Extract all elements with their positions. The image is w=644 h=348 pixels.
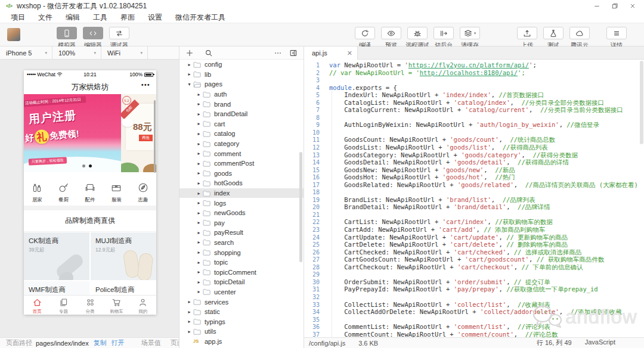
- tree-item-index[interactable]: ▸index: [179, 188, 304, 198]
- category-item-服装[interactable]: 服装: [103, 179, 129, 206]
- tree-item-payResult[interactable]: ▸payResult: [179, 228, 304, 238]
- chevron-right-icon: ▸: [195, 269, 203, 275]
- pages-icon: [58, 297, 69, 307]
- tree-item-logs[interactable]: ▸logs: [179, 198, 304, 208]
- menu-item[interactable]: 工具: [93, 13, 107, 23]
- user-avatar[interactable]: [7, 28, 20, 41]
- close-tab-icon[interactable]: ✕: [347, 49, 352, 57]
- tree-item-label: auth: [214, 91, 227, 98]
- tab-分类[interactable]: 分类: [77, 296, 103, 315]
- tree-item-topic[interactable]: ▸topic: [179, 257, 304, 268]
- network-select[interactable]: WiFi ▾: [101, 46, 148, 60]
- editor-scrollbar[interactable]: [640, 61, 643, 144]
- scene-value-label[interactable]: 场景值: [141, 338, 161, 347]
- tree-item-ucenter[interactable]: ▸ucenter: [179, 287, 304, 297]
- category-label: 配件: [77, 197, 103, 204]
- tree-item-pay[interactable]: ▸pay: [179, 218, 304, 228]
- brand-card[interactable]: CK制造商39元起: [24, 232, 89, 280]
- category-item-志趣[interactable]: 志趣: [130, 179, 156, 206]
- code-line: 6 CatalogList: NewApiRootUrl + 'catalog/…: [304, 99, 644, 107]
- code-line: 16 GoodsHot: NewApiRootUrl + 'goods/hot'…: [304, 173, 644, 181]
- tree-item-label: catalog: [214, 130, 235, 137]
- menu-item[interactable]: 微信开发者工具: [175, 13, 225, 23]
- tree-item-app.js[interactable]: JSapp.js: [179, 337, 304, 347]
- tree-item-label: commentPost: [214, 160, 254, 167]
- page-params-label[interactable]: 页面参数: [171, 338, 179, 347]
- brand-card[interactable]: MUJI制造商12.9元起: [91, 232, 156, 280]
- code-line: 18: [304, 188, 644, 196]
- cart-icon: [112, 297, 122, 307]
- tree-item-catalog[interactable]: ▸catalog: [179, 129, 304, 139]
- tree-item-pages[interactable]: ▾pages: [179, 79, 304, 89]
- zoom-select-value: 100%: [58, 49, 75, 57]
- device-select[interactable]: iPhone 5 ▾: [0, 46, 52, 60]
- tree-item-label: topicComment: [214, 269, 256, 276]
- buy-again-button[interactable]: 再抢: [139, 135, 153, 141]
- close-icon[interactable]: [624, 0, 642, 12]
- tree-item-brand[interactable]: ▸brand: [179, 99, 304, 109]
- tab-专题[interactable]: 专题: [50, 296, 76, 315]
- collapse-panel-icon[interactable]: [289, 49, 298, 57]
- line-number: 16: [304, 174, 320, 182]
- tree-item-topicDetail[interactable]: ▸topicDetail: [179, 277, 304, 287]
- tree-item-utils[interactable]: ▸utils: [179, 327, 304, 337]
- tree-item-cart[interactable]: ▸cart: [179, 119, 304, 129]
- tree-item-static[interactable]: ▸static: [179, 307, 304, 317]
- copy-link[interactable]: 复制: [94, 338, 107, 347]
- home-icon: [32, 297, 42, 307]
- category-item-餐厨[interactable]: 餐厨: [50, 179, 76, 206]
- more-icon[interactable]: [274, 49, 282, 57]
- tree-item-typings[interactable]: ▸typings: [179, 316, 304, 327]
- tab-api-js[interactable]: api.js ✕: [304, 46, 358, 60]
- tab-label: 我的: [130, 309, 156, 315]
- tab-购物车[interactable]: 购物车: [103, 296, 129, 315]
- tree-item-category[interactable]: ▸category: [179, 139, 304, 149]
- tree-item-shopping[interactable]: ▸shopping: [179, 247, 304, 257]
- open-link[interactable]: 打开: [112, 338, 125, 347]
- line-number: 23: [304, 226, 320, 234]
- category-item-居家[interactable]: 居家: [24, 179, 50, 206]
- tree-item-lib[interactable]: ▸lib: [179, 70, 304, 80]
- search-icon[interactable]: [205, 49, 213, 57]
- tree-item-config[interactable]: ▸config: [179, 60, 304, 70]
- category-item-配件[interactable]: 配件: [77, 179, 103, 206]
- brand-card[interactable]: Police制造商: [91, 281, 156, 295]
- code-area[interactable]: 1var NewApiRootUrl = 'https://fly2you.cn…: [304, 60, 644, 337]
- menu-item[interactable]: 项目: [11, 13, 25, 23]
- tree-item-hotGoods[interactable]: ▸hotGoods: [179, 178, 304, 188]
- banner-carousel[interactable]: 活动截止时间：2014年12月31日 用户注册 好 礼 免费领! 只要两步，轻松…: [24, 94, 156, 172]
- tree-item-goods[interactable]: ▸goods: [179, 169, 304, 179]
- chevron-down-icon: ▾: [185, 82, 193, 87]
- tree-item-auth[interactable]: ▸auth: [179, 89, 304, 100]
- chevron-right-icon: ▸: [195, 141, 203, 147]
- phone-scrollbar[interactable]: [154, 100, 156, 173]
- maximize-icon[interactable]: [606, 0, 624, 12]
- brand-card[interactable]: WMF制造商: [24, 281, 89, 295]
- code-line: 28 CartCheckout: NewApiRootUrl + 'cart/c…: [304, 263, 644, 271]
- wechat-menu-icon[interactable]: •••: [141, 82, 150, 88]
- chevron-right-icon: ▸: [195, 220, 203, 225]
- tree-item-topicComment[interactable]: ▸topicComment: [179, 267, 304, 277]
- sale-card: 包邮 88元 再抢: [126, 104, 156, 150]
- zoom-select[interactable]: 100% ▾: [52, 46, 101, 60]
- language-label[interactable]: JavaScript: [585, 338, 615, 347]
- minimize-icon[interactable]: [588, 0, 606, 12]
- tab-首页[interactable]: 首页: [24, 296, 50, 315]
- menu-item[interactable]: 编辑: [66, 13, 80, 23]
- menu-item[interactable]: 文件: [38, 13, 52, 23]
- tab-我的[interactable]: 我的: [130, 296, 156, 315]
- tree-item-label: search: [214, 239, 234, 246]
- tree-item-search[interactable]: ▸search: [179, 238, 304, 248]
- add-file-icon[interactable]: [185, 49, 194, 57]
- menu-item[interactable]: 设置: [148, 13, 162, 23]
- code-line: 17 GoodsRelated: NewApiRootUrl + 'goods/…: [304, 181, 644, 189]
- explorer-scrollbar[interactable]: [299, 152, 302, 262]
- tree-item-newGoods[interactable]: ▸newGoods: [179, 208, 304, 218]
- tree-item-services[interactable]: ▸services: [179, 297, 304, 307]
- tree-item-commentPost[interactable]: ▸commentPost: [179, 159, 304, 169]
- tree-item-brandDetail[interactable]: ▸brandDetail: [179, 109, 304, 119]
- tree-item-comment[interactable]: ▸comment: [179, 148, 304, 159]
- folder-icon: [203, 141, 210, 147]
- eye-icon: [387, 29, 395, 38]
- menu-item[interactable]: 界面: [120, 13, 135, 23]
